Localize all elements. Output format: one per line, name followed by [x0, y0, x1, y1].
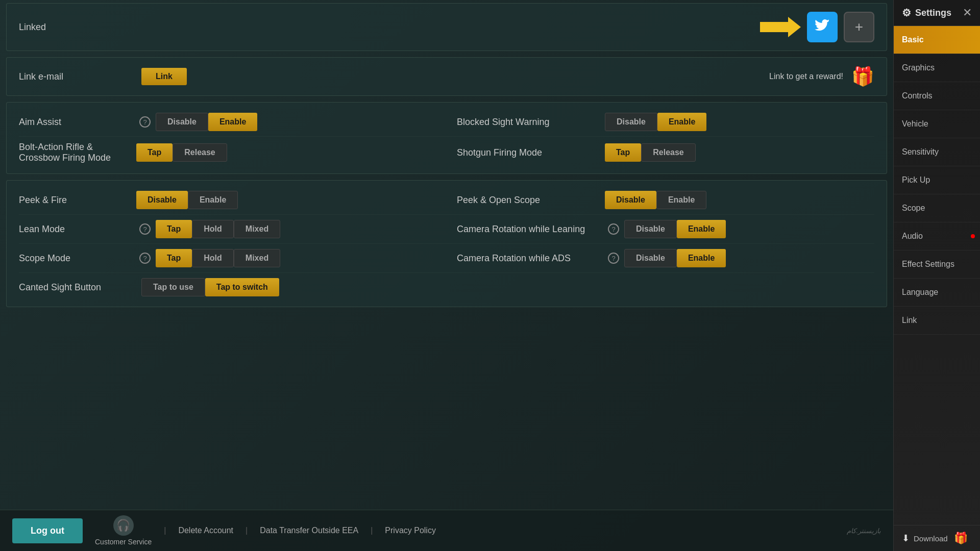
lean-mode-hold-btn[interactable]: Hold	[192, 220, 234, 238]
aim-assist-section: Aim Assist ? Disable Enable Blocked Sigh…	[6, 102, 887, 174]
separator-2: |	[246, 526, 248, 535]
aim-assist-col-left: Aim Assist ? Disable Enable	[19, 113, 436, 131]
camera-ads-enable-btn[interactable]: Enable	[677, 249, 726, 267]
aim-assist-row: Aim Assist ? Disable Enable Blocked Sigh…	[19, 108, 874, 137]
camera-ads-help-icon[interactable]: ?	[608, 253, 619, 264]
lean-mode-toggle: Tap Hold Mixed	[156, 220, 280, 238]
aim-assist-disable-btn[interactable]: Disable	[156, 113, 208, 131]
sidebar-item-scope[interactable]: Scope	[894, 194, 980, 222]
camera-ads-disable-btn[interactable]: Disable	[624, 249, 677, 267]
peek-fire-label: Peek & Fire	[19, 195, 131, 206]
sidebar-item-link[interactable]: Link	[894, 307, 980, 335]
sidebar-item-vehicle[interactable]: Vehicle	[894, 110, 980, 138]
peek-open-scope-disable-btn[interactable]: Disable	[605, 191, 656, 209]
peek-open-scope-enable-btn[interactable]: Enable	[656, 191, 706, 209]
peek-fire-toggle: Disable Enable	[136, 191, 238, 209]
blocked-sight-disable-btn[interactable]: Disable	[605, 113, 657, 131]
bolt-action-release-btn[interactable]: Release	[173, 143, 227, 162]
delete-account-link[interactable]: Delete Account	[178, 526, 233, 535]
gift-sidebar-icon: 🎁	[954, 532, 968, 545]
shotgun-col-right: Shotgun Firing Mode Tap Release	[436, 143, 874, 162]
settings-title: ⚙ Settings	[902, 7, 951, 19]
sidebar-item-scope-label: Scope	[902, 204, 925, 212]
separator-3: |	[371, 526, 373, 535]
link-email-button[interactable]: Link	[141, 68, 187, 85]
sidebar-item-effect-settings-label: Effect Settings	[902, 260, 954, 268]
scope-mode-mixed-btn[interactable]: Mixed	[234, 249, 280, 267]
aim-assist-toggle: Disable Enable	[156, 113, 257, 131]
scope-mode-toggle: Tap Hold Mixed	[156, 249, 280, 267]
scope-mode-help-icon[interactable]: ?	[139, 253, 151, 264]
sidebar-item-link-label: Link	[902, 316, 917, 324]
camera-leaning-col-right: Camera Rotation while Leaning ? Disable …	[436, 220, 874, 238]
lean-mode-tap-btn[interactable]: Tap	[156, 220, 192, 238]
svg-marker-0	[760, 17, 801, 37]
peek-fire-col-left: Peek & Fire Disable Enable	[19, 191, 436, 209]
canted-sight-label: Canted Sight Button	[19, 282, 131, 293]
sidebar-item-language[interactable]: Language	[894, 279, 980, 307]
sidebar-item-basic[interactable]: Basic	[894, 26, 980, 54]
download-icon: ⬇	[902, 533, 910, 544]
canted-sight-tap-switch-btn[interactable]: Tap to switch	[205, 278, 279, 296]
canted-sight-tap-use-btn[interactable]: Tap to use	[141, 278, 205, 296]
peek-open-scope-toggle: Disable Enable	[605, 191, 706, 209]
shotgun-toggle: Tap Release	[605, 143, 696, 162]
canted-sight-row: Canted Sight Button Tap to use Tap to sw…	[19, 273, 874, 302]
sidebar-item-graphics[interactable]: Graphics	[894, 54, 980, 82]
lean-mode-help-icon[interactable]: ?	[139, 223, 151, 235]
aim-assist-help-icon[interactable]: ?	[139, 116, 151, 128]
download-button[interactable]: Download	[914, 534, 948, 543]
shotgun-tap-btn[interactable]: Tap	[605, 143, 641, 162]
peek-fire-disable-btn[interactable]: Disable	[136, 191, 188, 209]
sidebar-item-controls[interactable]: Controls	[894, 82, 980, 110]
peek-fire-enable-btn[interactable]: Enable	[188, 191, 238, 209]
blocked-sight-label: Blocked Sight Warning	[457, 117, 600, 128]
camera-leaning-toggle: Disable Enable	[624, 220, 726, 238]
camera-leaning-help-icon[interactable]: ?	[608, 223, 619, 235]
linked-section: Linked +	[6, 3, 887, 51]
bottom-bar: Log out 🎧 Customer Service | Delete Acco…	[0, 510, 893, 551]
sidebar-item-graphics-label: Graphics	[902, 63, 935, 72]
sidebar-item-pickup[interactable]: Pick Up	[894, 166, 980, 194]
sidebar-item-vehicle-label: Vehicle	[902, 119, 928, 128]
separator-1: |	[164, 526, 166, 535]
bolt-action-tap-btn[interactable]: Tap	[136, 143, 173, 162]
lean-mode-row: Lean Mode ? Tap Hold Mixed Camera Rotati…	[19, 215, 874, 244]
close-icon[interactable]: ✕	[963, 6, 972, 19]
blocked-sight-enable-btn[interactable]: Enable	[657, 113, 706, 131]
aim-assist-enable-btn[interactable]: Enable	[208, 113, 257, 131]
sidebar: ⚙ Settings ✕ Basic Graphics Controls Veh…	[893, 0, 980, 551]
camera-leaning-disable-btn[interactable]: Disable	[624, 220, 677, 238]
sidebar-item-sensitivity[interactable]: Sensitivity	[894, 138, 980, 166]
scope-mode-row: Scope Mode ? Tap Hold Mixed Camera Rotat…	[19, 244, 874, 273]
sidebar-item-audio[interactable]: Audio	[894, 222, 980, 251]
sidebar-item-controls-label: Controls	[902, 91, 933, 100]
gift-icon: 🎁	[851, 66, 874, 87]
add-link-button[interactable]: +	[844, 12, 874, 42]
logout-button[interactable]: Log out	[12, 518, 83, 543]
lean-mode-col-left: Lean Mode ? Tap Hold Mixed	[19, 220, 436, 238]
customer-service[interactable]: 🎧 Customer Service	[95, 515, 152, 546]
peek-open-scope-label: Peek & Open Scope	[457, 195, 600, 206]
scope-mode-hold-btn[interactable]: Hold	[192, 249, 234, 267]
download-area: ⬇ Download 🎁	[894, 525, 980, 551]
shotgun-release-btn[interactable]: Release	[641, 143, 696, 162]
customer-service-icon: 🎧	[113, 515, 134, 536]
sidebar-item-effect-settings[interactable]: Effect Settings	[894, 251, 980, 279]
blocked-sight-toggle: Disable Enable	[605, 113, 706, 131]
scope-mode-tap-btn[interactable]: Tap	[156, 249, 192, 267]
data-transfer-link[interactable]: Data Transfer Outside EEA	[260, 526, 358, 535]
camera-ads-col-right: Camera Rotation while ADS ? Disable Enab…	[436, 249, 874, 267]
sidebar-item-sensitivity-label: Sensitivity	[902, 147, 939, 156]
camera-leaning-enable-btn[interactable]: Enable	[677, 220, 726, 238]
shotgun-label: Shotgun Firing Mode	[457, 147, 600, 158]
sidebar-header: ⚙ Settings ✕	[894, 0, 980, 26]
bolt-action-toggle: Tap Release	[136, 143, 227, 162]
bolt-action-row: Bolt-Action Rifle &Crossbow Firing Mode …	[19, 137, 874, 168]
peek-open-scope-col-right: Peek & Open Scope Disable Enable	[436, 191, 874, 209]
peek-fire-row: Peek & Fire Disable Enable Peek & Open S…	[19, 186, 874, 215]
sidebar-item-basic-label: Basic	[902, 35, 924, 44]
privacy-policy-link[interactable]: Privacy Policy	[385, 526, 436, 535]
lean-mode-mixed-btn[interactable]: Mixed	[234, 220, 280, 238]
twitter-button[interactable]	[807, 12, 838, 42]
